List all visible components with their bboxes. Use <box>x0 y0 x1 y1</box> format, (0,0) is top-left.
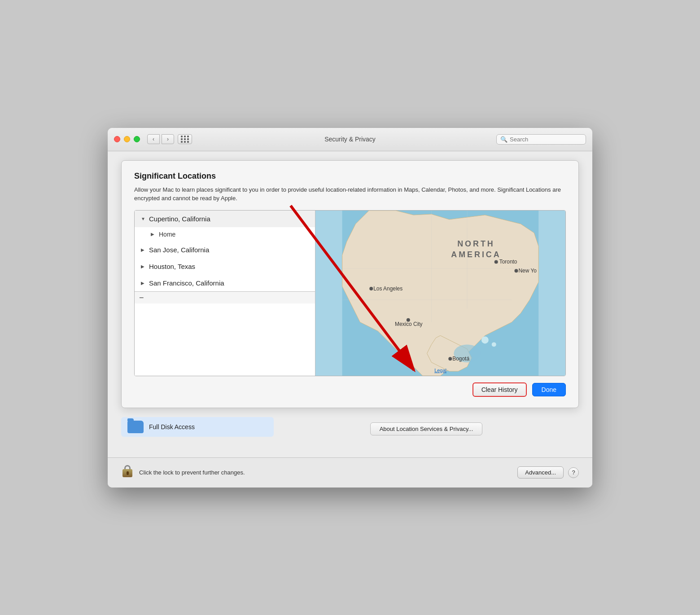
location-item-sanjose[interactable]: ▶ San Jose, California <box>135 242 315 258</box>
location-name-cupertino: Cupertino, California <box>149 215 210 223</box>
lock-body <box>122 469 132 477</box>
svg-text:AMERICA: AMERICA <box>451 250 501 259</box>
folder-icon <box>127 421 144 433</box>
about-location-button[interactable]: About Location Services & Privacy... <box>370 422 483 435</box>
map-legal-link[interactable]: Legal <box>434 368 446 373</box>
chevron-right-icon-sanjose: ▶ <box>141 247 145 252</box>
done-button[interactable]: Done <box>532 383 566 396</box>
modal-bottom-buttons: Clear History Done <box>134 382 566 397</box>
location-list[interactable]: ▼ Cupertino, California ▶ Home ▶ <box>135 211 315 376</box>
content-area: Significant Locations Allow your Mac to … <box>108 151 592 457</box>
chevron-right-icon-sanfrancisco: ▶ <box>141 281 145 286</box>
modal-description: Allow your Mac to learn places significa… <box>134 185 566 203</box>
minimize-button[interactable] <box>124 136 130 142</box>
svg-point-5 <box>492 342 496 347</box>
window-title: Security & Privacy <box>324 136 376 143</box>
significant-locations-panel: Significant Locations Allow your Mac to … <box>121 160 579 408</box>
close-button[interactable] <box>114 136 120 142</box>
grid-view-button[interactable] <box>178 134 192 144</box>
modal-title: Significant Locations <box>134 171 566 181</box>
map-svg: NORTH AMERICA Toronto New Yo Los Angel <box>315 211 565 376</box>
chevron-left-icon: ‹ <box>153 136 154 142</box>
svg-point-16 <box>448 357 452 360</box>
map-area: NORTH AMERICA Toronto New Yo Los Angel <box>315 211 565 376</box>
location-header-sanfrancisco: ▶ San Francisco, California <box>141 279 309 287</box>
app-window: ‹ › Security & Privacy 🔍 Significant Loc… <box>108 128 592 488</box>
svg-point-10 <box>515 269 518 272</box>
location-header-cupertino: ▼ Cupertino, California <box>141 215 309 223</box>
svg-point-8 <box>494 260 498 264</box>
chevron-down-icon: ▼ <box>141 216 145 221</box>
clear-history-button[interactable]: Clear History <box>472 382 527 397</box>
nav-buttons: ‹ › <box>147 134 174 144</box>
split-pane-container: ▼ Cupertino, California ▶ Home ▶ <box>134 210 566 376</box>
list-bottom-bar: − <box>135 291 315 303</box>
svg-text:Mexico City: Mexico City <box>395 321 423 327</box>
traffic-lights <box>114 136 140 142</box>
location-header-houston: ▶ Houston, Texas <box>141 263 309 270</box>
help-button[interactable]: ? <box>568 467 579 478</box>
svg-point-12 <box>369 287 373 290</box>
lock-keyhole <box>127 471 129 475</box>
lock-label: Click the lock to prevent further change… <box>139 469 517 476</box>
svg-text:NORTH: NORTH <box>457 239 495 248</box>
split-pane: ▼ Cupertino, California ▶ Home ▶ <box>134 210 566 376</box>
svg-point-4 <box>481 336 489 343</box>
search-box[interactable]: 🔍 <box>496 134 586 145</box>
bottom-bar: Click the lock to prevent further change… <box>108 457 592 488</box>
remove-location-button[interactable]: − <box>139 294 144 302</box>
chevron-right-icon: › <box>167 136 169 142</box>
svg-text:Toronto: Toronto <box>499 259 517 265</box>
search-icon: 🔍 <box>500 136 508 143</box>
search-input[interactable] <box>510 136 582 143</box>
location-name-sanjose: San Jose, California <box>149 246 209 254</box>
location-item-cupertino[interactable]: ▼ Cupertino, California <box>135 211 315 227</box>
maximize-button[interactable] <box>134 136 140 142</box>
location-subitem-home[interactable]: ▶ Home <box>135 227 315 242</box>
location-item-sanfrancisco[interactable]: ▶ San Francisco, California <box>135 275 315 291</box>
titlebar: ‹ › Security & Privacy 🔍 <box>108 128 592 151</box>
svg-text:Los Angeles: Los Angeles <box>373 286 402 292</box>
lock-icon <box>121 465 134 480</box>
location-item-houston[interactable]: ▶ Houston, Texas <box>135 258 315 275</box>
location-header-sanjose: ▶ San Jose, California <box>141 246 309 254</box>
svg-text:Bogotá: Bogotá <box>452 356 469 362</box>
sidebar-item-full-disk-access[interactable]: Full Disk Access <box>121 417 274 437</box>
subitem-label-home: Home <box>159 231 175 238</box>
sidebar-item-label-full-disk: Full Disk Access <box>149 423 195 430</box>
grid-icon <box>181 136 189 143</box>
location-name-houston: Houston, Texas <box>149 263 195 270</box>
chevron-right-icon-home: ▶ <box>151 232 155 237</box>
location-name-sanfrancisco: San Francisco, California <box>149 279 224 287</box>
forward-button[interactable]: › <box>162 134 174 144</box>
chevron-right-icon-houston: ▶ <box>141 264 145 269</box>
back-button[interactable]: ‹ <box>147 134 160 144</box>
advanced-button[interactable]: Advanced... <box>517 466 564 479</box>
